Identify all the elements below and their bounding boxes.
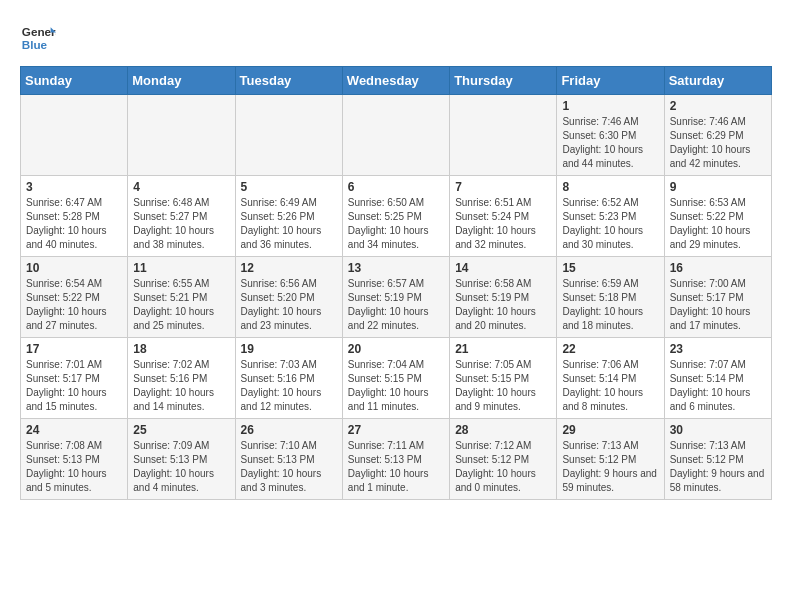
- day-number: 4: [133, 180, 229, 194]
- day-number: 20: [348, 342, 444, 356]
- day-number: 18: [133, 342, 229, 356]
- day-number: 1: [562, 99, 658, 113]
- header-cell-tuesday: Tuesday: [235, 67, 342, 95]
- day-number: 5: [241, 180, 337, 194]
- day-number: 10: [26, 261, 122, 275]
- day-number: 13: [348, 261, 444, 275]
- calendar-cell: [235, 95, 342, 176]
- day-info: Sunrise: 6:54 AM Sunset: 5:22 PM Dayligh…: [26, 277, 122, 333]
- calendar-cell: 9Sunrise: 6:53 AM Sunset: 5:22 PM Daylig…: [664, 176, 771, 257]
- day-number: 7: [455, 180, 551, 194]
- day-number: 6: [348, 180, 444, 194]
- day-number: 2: [670, 99, 766, 113]
- day-info: Sunrise: 6:59 AM Sunset: 5:18 PM Dayligh…: [562, 277, 658, 333]
- day-number: 27: [348, 423, 444, 437]
- calendar-cell: 22Sunrise: 7:06 AM Sunset: 5:14 PM Dayli…: [557, 338, 664, 419]
- day-info: Sunrise: 7:02 AM Sunset: 5:16 PM Dayligh…: [133, 358, 229, 414]
- day-info: Sunrise: 6:50 AM Sunset: 5:25 PM Dayligh…: [348, 196, 444, 252]
- calendar-cell: 24Sunrise: 7:08 AM Sunset: 5:13 PM Dayli…: [21, 419, 128, 500]
- calendar-cell: 1Sunrise: 7:46 AM Sunset: 6:30 PM Daylig…: [557, 95, 664, 176]
- calendar-cell: 14Sunrise: 6:58 AM Sunset: 5:19 PM Dayli…: [450, 257, 557, 338]
- calendar-cell: 28Sunrise: 7:12 AM Sunset: 5:12 PM Dayli…: [450, 419, 557, 500]
- day-info: Sunrise: 6:51 AM Sunset: 5:24 PM Dayligh…: [455, 196, 551, 252]
- calendar-cell: [342, 95, 449, 176]
- day-info: Sunrise: 6:48 AM Sunset: 5:27 PM Dayligh…: [133, 196, 229, 252]
- day-info: Sunrise: 7:08 AM Sunset: 5:13 PM Dayligh…: [26, 439, 122, 495]
- calendar-cell: 25Sunrise: 7:09 AM Sunset: 5:13 PM Dayli…: [128, 419, 235, 500]
- day-number: 8: [562, 180, 658, 194]
- day-number: 14: [455, 261, 551, 275]
- week-row-2: 3Sunrise: 6:47 AM Sunset: 5:28 PM Daylig…: [21, 176, 772, 257]
- day-info: Sunrise: 7:46 AM Sunset: 6:30 PM Dayligh…: [562, 115, 658, 171]
- calendar-cell: 5Sunrise: 6:49 AM Sunset: 5:26 PM Daylig…: [235, 176, 342, 257]
- page-header: General Blue: [20, 20, 772, 56]
- week-row-1: 1Sunrise: 7:46 AM Sunset: 6:30 PM Daylig…: [21, 95, 772, 176]
- header-cell-saturday: Saturday: [664, 67, 771, 95]
- calendar-cell: [450, 95, 557, 176]
- day-info: Sunrise: 6:58 AM Sunset: 5:19 PM Dayligh…: [455, 277, 551, 333]
- day-number: 23: [670, 342, 766, 356]
- calendar-cell: 20Sunrise: 7:04 AM Sunset: 5:15 PM Dayli…: [342, 338, 449, 419]
- header-cell-thursday: Thursday: [450, 67, 557, 95]
- day-info: Sunrise: 6:52 AM Sunset: 5:23 PM Dayligh…: [562, 196, 658, 252]
- day-number: 28: [455, 423, 551, 437]
- calendar-table: SundayMondayTuesdayWednesdayThursdayFrid…: [20, 66, 772, 500]
- day-info: Sunrise: 7:04 AM Sunset: 5:15 PM Dayligh…: [348, 358, 444, 414]
- day-number: 12: [241, 261, 337, 275]
- day-info: Sunrise: 6:56 AM Sunset: 5:20 PM Dayligh…: [241, 277, 337, 333]
- calendar-cell: 27Sunrise: 7:11 AM Sunset: 5:13 PM Dayli…: [342, 419, 449, 500]
- day-number: 16: [670, 261, 766, 275]
- day-number: 3: [26, 180, 122, 194]
- calendar-cell: 11Sunrise: 6:55 AM Sunset: 5:21 PM Dayli…: [128, 257, 235, 338]
- calendar-cell: 8Sunrise: 6:52 AM Sunset: 5:23 PM Daylig…: [557, 176, 664, 257]
- calendar-cell: 18Sunrise: 7:02 AM Sunset: 5:16 PM Dayli…: [128, 338, 235, 419]
- week-row-4: 17Sunrise: 7:01 AM Sunset: 5:17 PM Dayli…: [21, 338, 772, 419]
- calendar-cell: 6Sunrise: 6:50 AM Sunset: 5:25 PM Daylig…: [342, 176, 449, 257]
- week-row-3: 10Sunrise: 6:54 AM Sunset: 5:22 PM Dayli…: [21, 257, 772, 338]
- day-info: Sunrise: 7:13 AM Sunset: 5:12 PM Dayligh…: [670, 439, 766, 495]
- day-number: 11: [133, 261, 229, 275]
- calendar-cell: 15Sunrise: 6:59 AM Sunset: 5:18 PM Dayli…: [557, 257, 664, 338]
- calendar-cell: [21, 95, 128, 176]
- week-row-5: 24Sunrise: 7:08 AM Sunset: 5:13 PM Dayli…: [21, 419, 772, 500]
- logo: General Blue: [20, 20, 56, 56]
- header-row: SundayMondayTuesdayWednesdayThursdayFrid…: [21, 67, 772, 95]
- calendar-cell: 12Sunrise: 6:56 AM Sunset: 5:20 PM Dayli…: [235, 257, 342, 338]
- day-info: Sunrise: 7:07 AM Sunset: 5:14 PM Dayligh…: [670, 358, 766, 414]
- day-info: Sunrise: 7:13 AM Sunset: 5:12 PM Dayligh…: [562, 439, 658, 495]
- header-cell-friday: Friday: [557, 67, 664, 95]
- day-number: 21: [455, 342, 551, 356]
- calendar-cell: 30Sunrise: 7:13 AM Sunset: 5:12 PM Dayli…: [664, 419, 771, 500]
- calendar-cell: 26Sunrise: 7:10 AM Sunset: 5:13 PM Dayli…: [235, 419, 342, 500]
- calendar-cell: 3Sunrise: 6:47 AM Sunset: 5:28 PM Daylig…: [21, 176, 128, 257]
- day-info: Sunrise: 7:01 AM Sunset: 5:17 PM Dayligh…: [26, 358, 122, 414]
- calendar-cell: 19Sunrise: 7:03 AM Sunset: 5:16 PM Dayli…: [235, 338, 342, 419]
- calendar-cell: 4Sunrise: 6:48 AM Sunset: 5:27 PM Daylig…: [128, 176, 235, 257]
- day-info: Sunrise: 6:55 AM Sunset: 5:21 PM Dayligh…: [133, 277, 229, 333]
- day-number: 26: [241, 423, 337, 437]
- day-info: Sunrise: 7:11 AM Sunset: 5:13 PM Dayligh…: [348, 439, 444, 495]
- day-info: Sunrise: 7:06 AM Sunset: 5:14 PM Dayligh…: [562, 358, 658, 414]
- calendar-cell: 29Sunrise: 7:13 AM Sunset: 5:12 PM Dayli…: [557, 419, 664, 500]
- day-number: 24: [26, 423, 122, 437]
- header-cell-sunday: Sunday: [21, 67, 128, 95]
- calendar-cell: 13Sunrise: 6:57 AM Sunset: 5:19 PM Dayli…: [342, 257, 449, 338]
- calendar-cell: 10Sunrise: 6:54 AM Sunset: 5:22 PM Dayli…: [21, 257, 128, 338]
- day-info: Sunrise: 6:57 AM Sunset: 5:19 PM Dayligh…: [348, 277, 444, 333]
- day-info: Sunrise: 7:10 AM Sunset: 5:13 PM Dayligh…: [241, 439, 337, 495]
- day-number: 19: [241, 342, 337, 356]
- day-info: Sunrise: 7:00 AM Sunset: 5:17 PM Dayligh…: [670, 277, 766, 333]
- day-info: Sunrise: 7:05 AM Sunset: 5:15 PM Dayligh…: [455, 358, 551, 414]
- day-number: 17: [26, 342, 122, 356]
- day-info: Sunrise: 6:53 AM Sunset: 5:22 PM Dayligh…: [670, 196, 766, 252]
- calendar-cell: 7Sunrise: 6:51 AM Sunset: 5:24 PM Daylig…: [450, 176, 557, 257]
- day-info: Sunrise: 6:47 AM Sunset: 5:28 PM Dayligh…: [26, 196, 122, 252]
- day-number: 29: [562, 423, 658, 437]
- day-number: 25: [133, 423, 229, 437]
- calendar-cell: 21Sunrise: 7:05 AM Sunset: 5:15 PM Dayli…: [450, 338, 557, 419]
- day-number: 9: [670, 180, 766, 194]
- calendar-cell: 17Sunrise: 7:01 AM Sunset: 5:17 PM Dayli…: [21, 338, 128, 419]
- svg-text:Blue: Blue: [22, 38, 48, 51]
- logo-icon: General Blue: [20, 20, 56, 56]
- day-number: 15: [562, 261, 658, 275]
